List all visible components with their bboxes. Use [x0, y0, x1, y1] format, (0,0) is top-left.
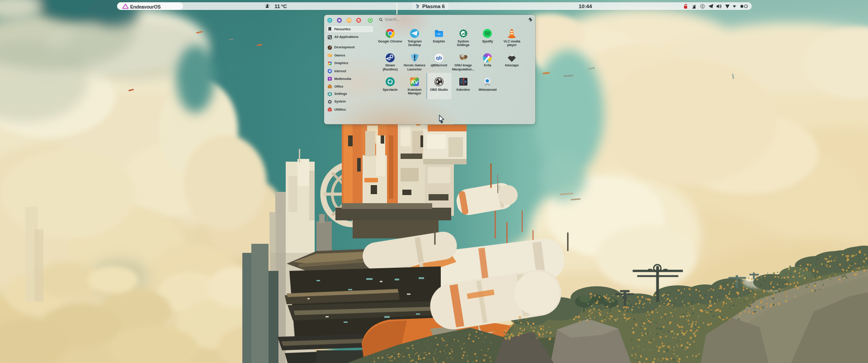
svg-text:Kv: Kv — [411, 79, 419, 85]
svg-text:qb: qb — [436, 55, 442, 60]
